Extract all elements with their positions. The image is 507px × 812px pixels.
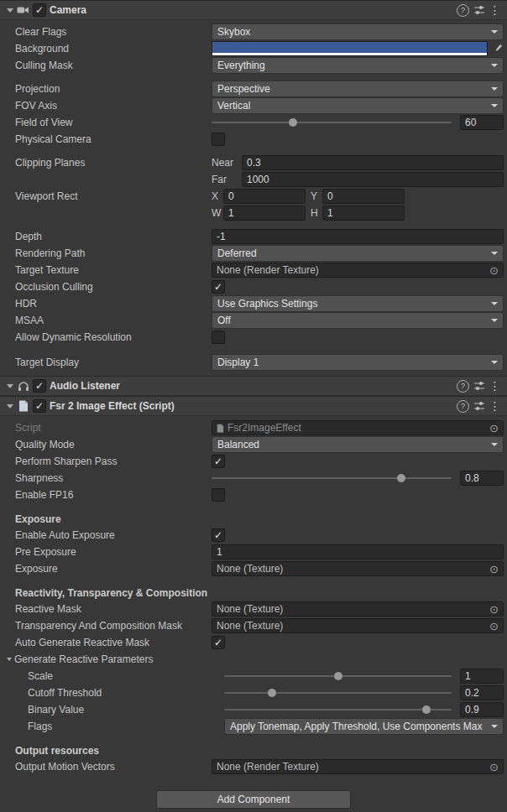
near-input[interactable]: 0.3 — [242, 155, 504, 170]
field-value: -1 — [217, 231, 226, 242]
depth-label: Depth — [15, 231, 212, 242]
background-label: Background — [15, 43, 212, 55]
generate-reactive-parameters-foldout-icon[interactable] — [7, 658, 12, 661]
generate-reactive-parameters-label[interactable]: Generate Reactive Parameters — [14, 653, 200, 665]
more-options-button[interactable]: ⋮ — [487, 399, 503, 413]
target-texture-label: Target Texture — [15, 264, 212, 276]
object-picker-icon[interactable]: ⊙ — [489, 564, 499, 575]
field-value: 1 — [327, 207, 333, 219]
enable-auto-exposure-checkbox[interactable]: ✓ — [212, 528, 225, 542]
output-motion-vectors-object-field[interactable]: None (Render Texture)⊙ — [212, 759, 504, 774]
row-viewport-rect-xy: Viewport Rect X 0 Y 0 — [0, 188, 507, 205]
field-of-view-input[interactable]: 60 — [460, 115, 504, 130]
headphones-icon — [16, 379, 30, 393]
reactive-mask-object-field[interactable]: None (Texture)⊙ — [212, 601, 504, 617]
viewport-rect-label: Viewport Rect — [15, 190, 212, 202]
field-value: 0.2 — [465, 687, 479, 699]
camera-enabled-checkbox[interactable]: ✓ — [33, 3, 46, 17]
row-exposure: Exposure None (Texture)⊙ — [0, 560, 507, 577]
viewport-y-input[interactable]: 0 — [322, 189, 405, 204]
help-button[interactable]: ? — [455, 3, 471, 17]
binary-value-input[interactable]: 0.9 — [460, 702, 504, 717]
quality-mode-dropdown[interactable]: Balanced — [212, 436, 504, 453]
scale-input[interactable]: 1 — [460, 669, 504, 684]
row-depth: Depth -1 — [0, 228, 507, 245]
perform-sharpen-pass-checkbox[interactable]: ✓ — [212, 455, 225, 468]
far-input[interactable]: 1000 — [242, 172, 504, 187]
dropdown-value: Off — [217, 315, 488, 326]
slider-handle[interactable] — [334, 672, 342, 680]
fov-axis-dropdown[interactable]: Vertical — [212, 97, 504, 114]
row-clear-flags: Clear Flags Skybox — [0, 23, 507, 40]
binary-value-slider[interactable] — [224, 709, 452, 710]
exposure-object-field[interactable]: None (Texture)⊙ — [212, 561, 504, 576]
cutoff-threshold-slider[interactable] — [224, 692, 452, 694]
quality-mode-label: Quality Mode — [15, 439, 212, 450]
presets-button[interactable] — [471, 3, 487, 17]
cutoff-threshold-input[interactable]: 0.2 — [460, 685, 504, 700]
slider-handle[interactable] — [268, 689, 276, 697]
culling-mask-dropdown[interactable]: Everything — [212, 57, 504, 74]
object-field-value: None (Texture) — [217, 603, 486, 615]
physical-camera-checkbox[interactable] — [212, 133, 225, 146]
more-options-button[interactable]: ⋮ — [487, 3, 503, 17]
sharpness-input[interactable]: 0.8 — [460, 471, 504, 486]
scale-label: Scale — [15, 670, 224, 682]
target-display-dropdown[interactable]: Display 1 — [212, 354, 504, 371]
camera-icon — [16, 3, 30, 17]
flags-dropdown[interactable]: Apply Tonemap, Apply Threshold, Use Comp… — [224, 718, 504, 735]
chevron-down-icon — [491, 302, 498, 305]
help-button[interactable]: ? — [455, 399, 471, 413]
add-component-button[interactable]: Add Component — [156, 790, 351, 809]
sharpness-slider[interactable] — [212, 477, 452, 479]
row-perform-sharpen-pass: Perform Sharpen Pass ✓ — [0, 453, 507, 470]
enable-fp16-checkbox[interactable] — [212, 488, 225, 502]
object-picker-icon[interactable]: ⊙ — [489, 265, 499, 276]
more-options-button[interactable]: ⋮ — [487, 379, 503, 393]
audio-listener-enabled-checkbox[interactable]: ✓ — [33, 379, 46, 393]
y-label: Y — [311, 190, 322, 202]
background-color-field[interactable] — [212, 41, 488, 56]
row-pre-exposure: Pre Exposure 1 — [0, 544, 507, 560]
depth-input[interactable]: -1 — [212, 229, 504, 244]
rendering-path-dropdown[interactable]: Deferred — [212, 245, 504, 262]
help-icon: ? — [457, 4, 469, 17]
viewport-h-input[interactable]: 1 — [322, 206, 405, 221]
allow-dynamic-resolution-checkbox[interactable] — [212, 331, 225, 344]
transparency-mask-object-field[interactable]: None (Texture)⊙ — [212, 618, 504, 633]
occlusion-culling-checkbox[interactable]: ✓ — [212, 280, 225, 294]
viewport-x-input[interactable]: 0 — [223, 189, 306, 204]
presets-button[interactable] — [471, 399, 487, 413]
target-texture-object-field[interactable]: None (Render Texture)⊙ — [212, 263, 504, 278]
eyedropper-button[interactable] — [491, 42, 504, 55]
audio-listener-foldout-icon[interactable] — [7, 384, 13, 388]
scale-slider[interactable] — [224, 675, 452, 677]
flags-label: Flags — [15, 721, 224, 732]
slider-handle[interactable] — [289, 118, 297, 127]
viewport-w-input[interactable]: 1 — [223, 206, 306, 221]
fsr2-enabled-checkbox[interactable]: ✓ — [33, 399, 46, 413]
fsr2-foldout-icon[interactable] — [7, 404, 13, 409]
object-picker-icon[interactable]: ⊙ — [489, 621, 499, 632]
clear-flags-dropdown[interactable]: Skybox — [212, 23, 504, 40]
projection-dropdown[interactable]: Perspective — [212, 81, 504, 97]
object-picker-icon[interactable]: ⊙ — [489, 604, 499, 615]
msaa-dropdown[interactable]: Off — [212, 312, 504, 329]
camera-foldout-icon[interactable] — [7, 8, 13, 13]
presets-button[interactable] — [471, 379, 487, 393]
hdr-dropdown[interactable]: Use Graphics Settings — [212, 295, 504, 312]
pre-exposure-input[interactable]: 1 — [212, 544, 504, 560]
row-sharpness: Sharpness 0.8 — [0, 470, 507, 487]
object-picker-icon[interactable]: ⊙ — [489, 762, 499, 773]
field-of-view-slider[interactable] — [212, 122, 452, 123]
help-button[interactable]: ? — [455, 379, 471, 393]
enable-fp16-label: Enable FP16 — [15, 489, 212, 501]
field-value: 1 — [217, 546, 222, 558]
auto-generate-reactive-mask-checkbox[interactable]: ✓ — [212, 636, 225, 649]
object-field-value: None (Render Texture) — [217, 264, 486, 276]
slider-handle[interactable] — [397, 474, 405, 482]
script-object-field[interactable]: Fsr2ImageEffect ⊙ — [212, 420, 504, 435]
object-picker-icon[interactable]: ⊙ — [489, 423, 499, 434]
camera-component-title: Camera — [50, 4, 86, 16]
slider-handle[interactable] — [422, 705, 431, 714]
